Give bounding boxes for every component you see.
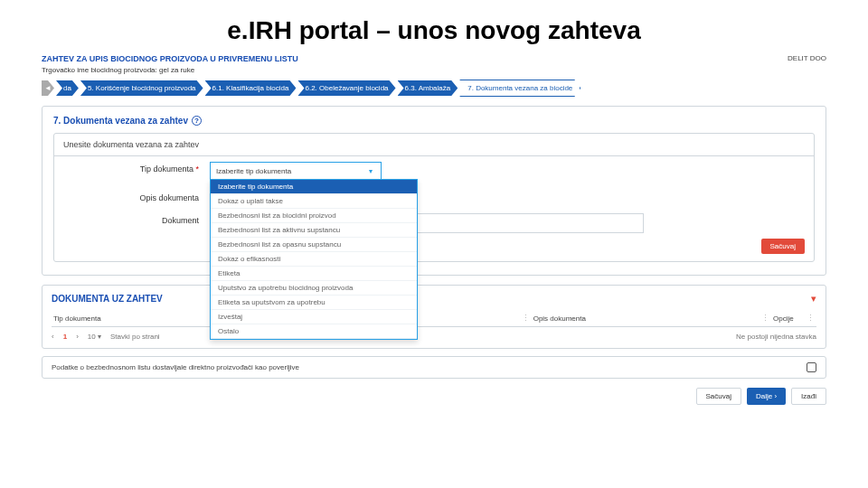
dropdown-option[interactable]: Ostalo [211, 324, 417, 339]
save-document-button[interactable]: Sačuvaj [761, 239, 805, 254]
pager-next-icon[interactable]: › [76, 333, 79, 341]
save-button[interactable]: Sačuvaj [696, 388, 741, 405]
label-doc-type: Tip dokumenta [63, 162, 199, 174]
filter-icon[interactable]: ▾ [811, 293, 816, 305]
step-item[interactable]: 6.3. Ambalaža [398, 80, 458, 96]
col-header[interactable]: Opis dokumenta [533, 314, 586, 323]
panel-title: 7. Dokumenta vezana za zahtev [53, 116, 188, 126]
dropdown-option[interactable]: Dokaz o uplati takse [211, 194, 417, 209]
per-page-select[interactable]: 10 ▾ [88, 333, 101, 341]
wizard-steps: ◄ da 5. Korišćenje biocidnog proizvoda 6… [42, 80, 826, 97]
inner-panel-title: Unesite dokumenta vezana za zahtev [54, 134, 814, 156]
chevron-down-icon: ▾ [364, 164, 377, 177]
dropdown-option[interactable]: Uputstvo za upotrebu biocidnog proizvoda [211, 281, 417, 296]
next-button[interactable]: Dalje › [747, 388, 786, 405]
help-icon[interactable]: ? [192, 116, 202, 126]
label-doc-file: Dokument [63, 213, 199, 225]
step-item[interactable]: 5. Korišćenje biocidnog proizvoda [80, 80, 203, 96]
dropdown-option[interactable]: Bezbednosni list za biocidni proizvod [211, 209, 417, 223]
sort-icon[interactable]: ⋮ [761, 314, 769, 323]
page-title: e.IRH portal – unos novog zahteva [42, 16, 826, 45]
step-prev-icon[interactable]: ◄ [42, 80, 54, 96]
step-item[interactable]: da [56, 80, 79, 96]
dropdown-option[interactable]: Bezbednosni list za opasnu supstancu [211, 238, 417, 252]
doc-type-dropdown: Izaberite tip dokumenta Dokaz o uplati t… [210, 179, 418, 340]
select-placeholder: Izaberite tip dokumenta [216, 167, 291, 175]
request-title: ZAHTEV ZA UPIS BIOCIDNOG PROIZVODA U PRI… [42, 54, 298, 63]
doc-type-select[interactable]: Izaberite tip dokumenta ▾ [210, 162, 382, 180]
step-item[interactable]: 6.2. Obeležavanje biocida [297, 80, 395, 96]
sort-icon[interactable]: ⋮ [522, 314, 530, 323]
product-subtitle: Trgovačko ime biocidnog proizvoda: gel z… [42, 66, 298, 74]
company-name: DELIT DOO [788, 54, 826, 62]
dropdown-option[interactable]: Etiketa sa uputstvom za upotrebu [211, 296, 417, 310]
dropdown-option[interactable]: Etiketa [211, 267, 417, 281]
table-title: DOKUMENTA UZ ZAHTEV [52, 294, 163, 304]
col-header[interactable]: Tip dokumenta [53, 314, 101, 323]
step-item[interactable]: 6.1. Klasifikacija biocida [205, 80, 297, 96]
dropdown-option[interactable]: Dokaz o efikasnosti [211, 252, 417, 267]
pager-prev-icon[interactable]: ‹ [52, 333, 54, 341]
per-page-label: Stavki po strani [110, 333, 160, 341]
confidential-label: Podatke o bezbednosnom listu dostavljale… [52, 363, 299, 371]
pager-current[interactable]: 1 [63, 333, 67, 341]
step-item-current[interactable]: 7. Dokumenta vezana za biocide [459, 80, 580, 97]
col-header: Opcije [773, 314, 794, 323]
dropdown-option[interactable]: Izaberite tip dokumenta [211, 180, 417, 194]
exit-button[interactable]: Izađi [791, 388, 826, 405]
dropdown-option[interactable]: Izveštaj [211, 310, 417, 324]
empty-message: Ne postoji nijedna stavka [736, 333, 816, 341]
sort-icon[interactable]: ⋮ [807, 314, 815, 323]
dropdown-option[interactable]: Bezbednosni list za aktivnu supstancu [211, 223, 417, 238]
confidential-checkbox[interactable] [807, 362, 816, 372]
label-doc-desc: Opis dokumenta [63, 191, 199, 202]
